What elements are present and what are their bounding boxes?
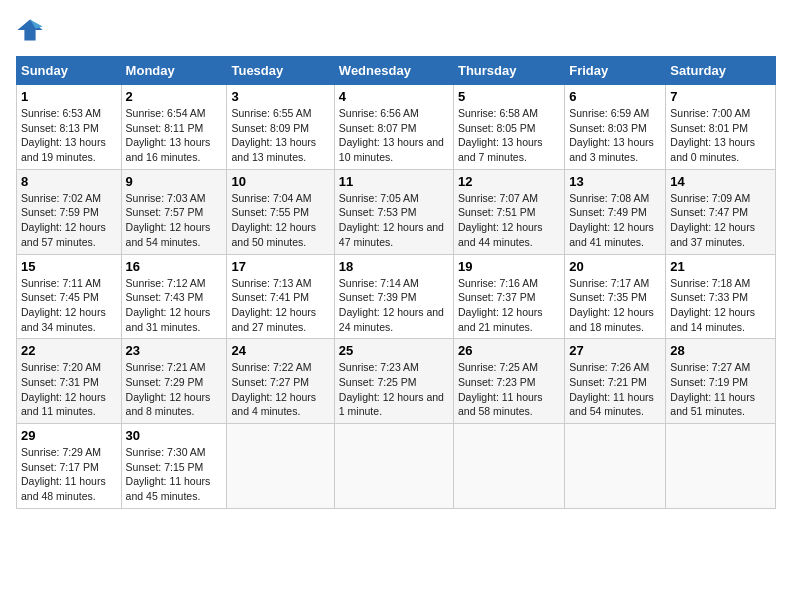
column-header-friday: Friday [565, 57, 666, 85]
day-number: 5 [458, 89, 560, 104]
day-info: Sunrise: 7:07 AMSunset: 7:51 PMDaylight:… [458, 191, 560, 250]
calendar-cell: 6Sunrise: 6:59 AMSunset: 8:03 PMDaylight… [565, 85, 666, 170]
calendar-cell: 28Sunrise: 7:27 AMSunset: 7:19 PMDayligh… [666, 339, 776, 424]
calendar-table: SundayMondayTuesdayWednesdayThursdayFrid… [16, 56, 776, 509]
calendar-cell: 5Sunrise: 6:58 AMSunset: 8:05 PMDaylight… [453, 85, 564, 170]
day-number: 4 [339, 89, 449, 104]
day-info: Sunrise: 7:08 AMSunset: 7:49 PMDaylight:… [569, 191, 661, 250]
calendar-cell: 15Sunrise: 7:11 AMSunset: 7:45 PMDayligh… [17, 254, 122, 339]
calendar-cell [666, 424, 776, 509]
day-info: Sunrise: 7:03 AMSunset: 7:57 PMDaylight:… [126, 191, 223, 250]
calendar-cell: 9Sunrise: 7:03 AMSunset: 7:57 PMDaylight… [121, 169, 227, 254]
day-info: Sunrise: 7:22 AMSunset: 7:27 PMDaylight:… [231, 360, 329, 419]
day-number: 25 [339, 343, 449, 358]
day-info: Sunrise: 7:26 AMSunset: 7:21 PMDaylight:… [569, 360, 661, 419]
calendar-cell: 20Sunrise: 7:17 AMSunset: 7:35 PMDayligh… [565, 254, 666, 339]
day-info: Sunrise: 7:12 AMSunset: 7:43 PMDaylight:… [126, 276, 223, 335]
day-info: Sunrise: 7:14 AMSunset: 7:39 PMDaylight:… [339, 276, 449, 335]
day-number: 26 [458, 343, 560, 358]
calendar-cell: 3Sunrise: 6:55 AMSunset: 8:09 PMDaylight… [227, 85, 334, 170]
calendar-cell: 25Sunrise: 7:23 AMSunset: 7:25 PMDayligh… [334, 339, 453, 424]
day-number: 13 [569, 174, 661, 189]
column-header-wednesday: Wednesday [334, 57, 453, 85]
day-number: 10 [231, 174, 329, 189]
day-number: 15 [21, 259, 117, 274]
day-number: 20 [569, 259, 661, 274]
calendar-cell [227, 424, 334, 509]
calendar-cell: 1Sunrise: 6:53 AMSunset: 8:13 PMDaylight… [17, 85, 122, 170]
calendar-cell: 16Sunrise: 7:12 AMSunset: 7:43 PMDayligh… [121, 254, 227, 339]
page-header [16, 16, 776, 44]
day-number: 28 [670, 343, 771, 358]
calendar-cell: 23Sunrise: 7:21 AMSunset: 7:29 PMDayligh… [121, 339, 227, 424]
day-info: Sunrise: 7:20 AMSunset: 7:31 PMDaylight:… [21, 360, 117, 419]
day-info: Sunrise: 6:58 AMSunset: 8:05 PMDaylight:… [458, 106, 560, 165]
day-number: 9 [126, 174, 223, 189]
day-number: 12 [458, 174, 560, 189]
calendar-cell: 21Sunrise: 7:18 AMSunset: 7:33 PMDayligh… [666, 254, 776, 339]
calendar-cell: 10Sunrise: 7:04 AMSunset: 7:55 PMDayligh… [227, 169, 334, 254]
day-number: 7 [670, 89, 771, 104]
calendar-cell: 12Sunrise: 7:07 AMSunset: 7:51 PMDayligh… [453, 169, 564, 254]
calendar-cell: 24Sunrise: 7:22 AMSunset: 7:27 PMDayligh… [227, 339, 334, 424]
calendar-week-row: 8Sunrise: 7:02 AMSunset: 7:59 PMDaylight… [17, 169, 776, 254]
day-number: 11 [339, 174, 449, 189]
column-header-tuesday: Tuesday [227, 57, 334, 85]
day-number: 18 [339, 259, 449, 274]
column-header-thursday: Thursday [453, 57, 564, 85]
calendar-cell: 7Sunrise: 7:00 AMSunset: 8:01 PMDaylight… [666, 85, 776, 170]
calendar-cell: 2Sunrise: 6:54 AMSunset: 8:11 PMDaylight… [121, 85, 227, 170]
day-info: Sunrise: 6:53 AMSunset: 8:13 PMDaylight:… [21, 106, 117, 165]
day-info: Sunrise: 6:59 AMSunset: 8:03 PMDaylight:… [569, 106, 661, 165]
calendar-cell: 18Sunrise: 7:14 AMSunset: 7:39 PMDayligh… [334, 254, 453, 339]
day-number: 2 [126, 89, 223, 104]
day-info: Sunrise: 7:27 AMSunset: 7:19 PMDaylight:… [670, 360, 771, 419]
calendar-cell [334, 424, 453, 509]
day-number: 21 [670, 259, 771, 274]
calendar-cell [565, 424, 666, 509]
day-info: Sunrise: 6:54 AMSunset: 8:11 PMDaylight:… [126, 106, 223, 165]
day-info: Sunrise: 7:23 AMSunset: 7:25 PMDaylight:… [339, 360, 449, 419]
calendar-cell: 4Sunrise: 6:56 AMSunset: 8:07 PMDaylight… [334, 85, 453, 170]
day-number: 3 [231, 89, 329, 104]
calendar-week-row: 15Sunrise: 7:11 AMSunset: 7:45 PMDayligh… [17, 254, 776, 339]
day-number: 27 [569, 343, 661, 358]
day-info: Sunrise: 7:18 AMSunset: 7:33 PMDaylight:… [670, 276, 771, 335]
day-info: Sunrise: 7:29 AMSunset: 7:17 PMDaylight:… [21, 445, 117, 504]
day-number: 8 [21, 174, 117, 189]
day-number: 17 [231, 259, 329, 274]
day-number: 30 [126, 428, 223, 443]
calendar-header-row: SundayMondayTuesdayWednesdayThursdayFrid… [17, 57, 776, 85]
day-number: 14 [670, 174, 771, 189]
day-number: 6 [569, 89, 661, 104]
calendar-cell: 26Sunrise: 7:25 AMSunset: 7:23 PMDayligh… [453, 339, 564, 424]
day-info: Sunrise: 6:55 AMSunset: 8:09 PMDaylight:… [231, 106, 329, 165]
day-info: Sunrise: 6:56 AMSunset: 8:07 PMDaylight:… [339, 106, 449, 165]
day-number: 16 [126, 259, 223, 274]
calendar-cell: 17Sunrise: 7:13 AMSunset: 7:41 PMDayligh… [227, 254, 334, 339]
day-info: Sunrise: 7:25 AMSunset: 7:23 PMDaylight:… [458, 360, 560, 419]
day-number: 29 [21, 428, 117, 443]
day-number: 23 [126, 343, 223, 358]
day-info: Sunrise: 7:00 AMSunset: 8:01 PMDaylight:… [670, 106, 771, 165]
day-number: 1 [21, 89, 117, 104]
day-info: Sunrise: 7:04 AMSunset: 7:55 PMDaylight:… [231, 191, 329, 250]
day-number: 22 [21, 343, 117, 358]
logo-icon [16, 16, 44, 44]
calendar-cell [453, 424, 564, 509]
calendar-cell: 14Sunrise: 7:09 AMSunset: 7:47 PMDayligh… [666, 169, 776, 254]
day-info: Sunrise: 7:17 AMSunset: 7:35 PMDaylight:… [569, 276, 661, 335]
calendar-cell: 13Sunrise: 7:08 AMSunset: 7:49 PMDayligh… [565, 169, 666, 254]
day-info: Sunrise: 7:13 AMSunset: 7:41 PMDaylight:… [231, 276, 329, 335]
calendar-cell: 8Sunrise: 7:02 AMSunset: 7:59 PMDaylight… [17, 169, 122, 254]
calendar-cell: 27Sunrise: 7:26 AMSunset: 7:21 PMDayligh… [565, 339, 666, 424]
calendar-cell: 30Sunrise: 7:30 AMSunset: 7:15 PMDayligh… [121, 424, 227, 509]
logo [16, 16, 48, 44]
column-header-sunday: Sunday [17, 57, 122, 85]
calendar-week-row: 29Sunrise: 7:29 AMSunset: 7:17 PMDayligh… [17, 424, 776, 509]
calendar-week-row: 22Sunrise: 7:20 AMSunset: 7:31 PMDayligh… [17, 339, 776, 424]
day-number: 24 [231, 343, 329, 358]
column-header-monday: Monday [121, 57, 227, 85]
day-info: Sunrise: 7:11 AMSunset: 7:45 PMDaylight:… [21, 276, 117, 335]
calendar-cell: 11Sunrise: 7:05 AMSunset: 7:53 PMDayligh… [334, 169, 453, 254]
